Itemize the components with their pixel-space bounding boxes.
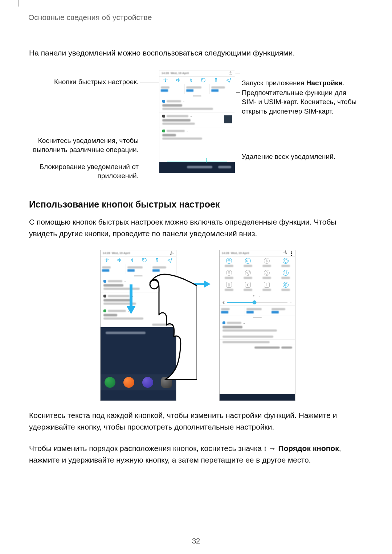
sound-icon [245,258,251,264]
svg-point-7 [285,284,286,285]
browser-app-icon [142,377,153,388]
overflow-menu-icon [291,251,292,256]
para3-pre: Чтобы изменить порядок расположения кноп… [29,444,264,452]
callout-open-settings: Запуск приложения Настройки. [242,69,365,88]
rotate-icon [197,78,210,83]
svg-point-8 [284,283,287,286]
sound-icon [113,258,126,263]
wifi-icon [226,258,232,264]
para3-arrow: → [266,444,278,452]
page-indicator: ● ○ [220,292,295,299]
rotate-icon [138,258,151,263]
wifi-icon [101,258,113,263]
arrow-right-icon [185,280,212,288]
callout-open-settings-post: . [343,79,344,87]
flashlight-icon [226,270,232,276]
figure-annotated-panel: Кнопки быстрых настроек. Коснитесь уведо… [29,69,363,185]
quick-settings-para3: Чтобы изменить порядок расположения кноп… [29,443,363,466]
intro-paragraph: На панели уведомлений можно воспользоват… [29,47,363,59]
flashlight-icon [151,258,164,263]
phone-mock-collapsed: 14:28 Wed, 19 April [100,250,176,401]
camera-app-icon [161,377,172,388]
quick-settings-para2: Коснитесь текста под каждой кнопкой, что… [29,410,363,433]
svg-point-1 [166,81,166,82]
callout-tap-notification: Коснитесь уведомления, чтобы выполнить р… [29,136,139,155]
running-head: Основные сведения об устройстве [28,13,363,22]
messages-app-icon [123,377,134,388]
airplane-icon [245,270,251,276]
phone-app-icon [105,377,115,388]
svg-point-6 [229,261,229,262]
airplane-icon [163,258,176,263]
gear-icon [228,71,233,75]
notification-item: ⌄ [159,112,235,127]
notification-panel-mock: 14:28 Wed, 19 April [159,70,235,173]
brightness-icon: ◐ [222,301,225,304]
overflow-menu-icon [265,447,266,451]
flashlight-icon [210,78,222,83]
callout-quick-buttons: Кнопки быстрых настроек. [29,77,139,87]
font-icon: T [264,282,270,288]
svg-point-2 [171,253,172,254]
performance-icon: ▯ [226,282,232,288]
mobile-data-icon [283,270,289,276]
page-number: 32 [0,537,392,545]
section-heading-quick-settings: Использование кнопок быстрых настроек [29,199,363,210]
panel-bottom-bar [159,162,235,173]
power-saving-icon [264,270,270,276]
svg-point-5 [285,252,286,253]
location-icon [283,282,289,288]
callout-clear-all: Удаление всех уведомлений. [242,152,365,161]
quick-settings-para1: С помощью кнопок быстрых настроек можно … [29,216,363,240]
brightness-slider: ◐ ⌄ [220,299,295,306]
callout-block-notifications: Блокирование уведомлений от приложений. [29,162,139,181]
figure-swipe-to-expand: 14:28 Wed, 19 April [29,249,363,406]
svg-point-0 [230,73,231,74]
callout-open-settings-bold: Настройки [306,79,343,87]
notification-item: ⌄ [159,98,235,112]
bluelight-icon: ◐ [245,282,251,288]
para3-bold: Порядок кнопок [278,444,339,452]
rotate-icon [283,258,289,264]
notification-item: ⌄ [159,127,235,142]
callout-sim-functions: Предпочтительные функции для SIM- и USIM… [242,88,369,116]
quick-settings-row [159,76,235,84]
bluetooth-icon [126,258,138,263]
bluetooth-icon [184,78,197,83]
svg-point-3 [107,261,107,262]
chevron-down-icon: ⌄ [290,301,292,304]
swipe-down-arrow-icon [127,284,135,317]
airplane-icon [222,78,235,83]
callout-open-settings-pre: Запуск приложения [242,79,306,87]
sim-row [159,84,235,94]
wifi-icon [159,78,172,83]
bluetooth-icon [264,258,270,264]
sound-icon [172,78,185,83]
gear-icon [170,251,174,255]
gear-icon [283,250,287,254]
phone-mock-expanded: 14:28 Wed, 19 April ▯ ◐ [219,250,295,401]
